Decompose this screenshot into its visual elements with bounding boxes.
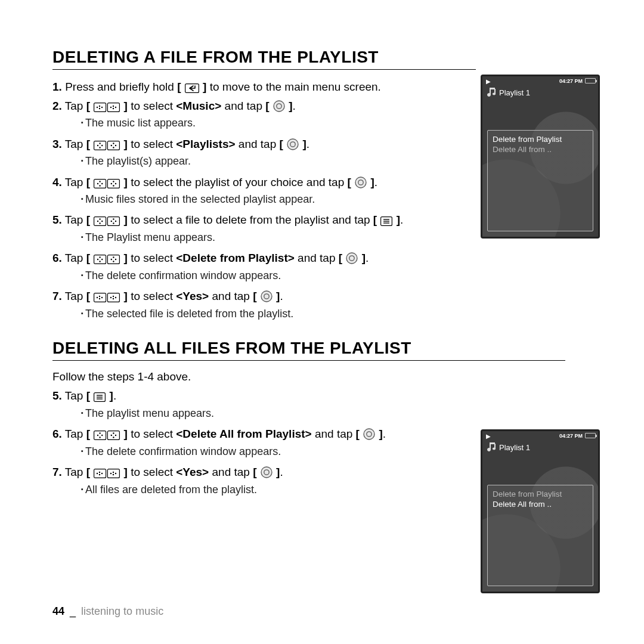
step-5-sub: The Playlist menu appears. <box>67 230 458 244</box>
menu-item-delete[interactable]: Delete from Playlist <box>491 134 589 144</box>
playlist-header: Playlist 1 <box>482 442 598 456</box>
step-3: 3. Tap [ ] to select <Playlists> and tap… <box>52 137 458 169</box>
clock: 04:27 PM <box>559 78 583 84</box>
step-7: 7. Tap [ ] to select <Yes> and tap [ ]. … <box>52 289 458 321</box>
s2-step-6-sub: The delete confirmation window appears. <box>67 444 458 459</box>
playlist-header: Playlist 1 <box>482 87 598 101</box>
heading-delete-file: DELETING A FILE FROM THE PLAYLIST <box>52 48 476 70</box>
s2-step-5-sub: The playlist menu appears. <box>67 406 458 420</box>
heading-delete-all: DELETING ALL FILES FROM THE PLAYLIST <box>52 339 565 361</box>
clock: 04:27 PM <box>559 433 583 439</box>
ok-icon <box>355 177 367 188</box>
menu-icon <box>380 216 392 226</box>
menu-item-delete-all[interactable]: Delete All from .. <box>491 499 589 509</box>
ok-icon <box>261 290 273 302</box>
step-5: 5. Tap [ ] to select a file to delete fr… <box>52 212 458 244</box>
up-down-icon <box>94 179 120 188</box>
battery-icon <box>585 78 596 83</box>
play-indicator-icon: ▶ <box>486 433 491 439</box>
up-down-icon <box>94 255 120 264</box>
step-7-sub: The selected file is deleted from the pl… <box>67 306 458 321</box>
battery-icon <box>585 433 596 438</box>
ok-icon <box>273 100 285 112</box>
s2-step-7: 7. Tap [ ] to select <Yes> and tap [ ]. … <box>52 465 458 497</box>
step-4-sub: Music files stored in the selected playl… <box>67 192 458 206</box>
step-2: 2. Tap [ ] to select <Music> and tap [ ]… <box>52 98 458 131</box>
menu-item-delete[interactable]: Delete from Playlist <box>491 489 589 499</box>
s2-step-6: 6. Tap [ ] to select <Delete All from Pl… <box>52 426 458 459</box>
left-right-icon <box>94 103 120 112</box>
left-right-icon <box>94 293 120 302</box>
main-content: DELETING A FILE FROM THE PLAYLIST 1. Pre… <box>52 48 458 497</box>
menu-item-delete-all[interactable]: Delete All from .. <box>491 144 589 154</box>
steps-section2: 5. Tap [ ]. The playlist menu appears. 6… <box>52 388 458 497</box>
left-right-icon <box>94 469 120 478</box>
page-number: 44 <box>52 605 64 617</box>
device-mockup-2: ▶ 04:27 PM Playlist 1 Life is cool My lo… <box>481 429 600 593</box>
music-note-icon <box>485 441 497 453</box>
ok-icon <box>363 428 375 440</box>
up-down-icon <box>94 141 120 150</box>
device-mockup-1: ▶ 04:27 PM Playlist 1 Life is cool My lo… <box>481 75 600 239</box>
menu-icon <box>94 392 106 402</box>
status-bar: ▶ 04:27 PM <box>482 76 598 87</box>
chapter-label: listening to music <box>81 605 163 617</box>
step-4: 4. Tap [ ] to select the playlist of you… <box>52 175 458 207</box>
context-menu: Delete from Playlist Delete All from .. <box>487 485 593 586</box>
up-down-icon <box>94 431 120 440</box>
context-menu: Delete from Playlist Delete All from .. <box>487 130 593 231</box>
step-2-sub: The music list appears. <box>67 116 458 130</box>
page-footer: 44 _ listening to music <box>52 605 163 618</box>
status-bar: ▶ 04:27 PM <box>482 431 598 442</box>
back-icon <box>185 83 199 93</box>
up-down-icon <box>94 216 120 226</box>
music-note-icon <box>485 86 497 98</box>
s2-step-5: 5. Tap [ ]. The playlist menu appears. <box>52 388 458 420</box>
step-6: 6. Tap [ ] to select <Delete from Playli… <box>52 250 458 283</box>
ok-icon <box>261 466 273 478</box>
step-6-sub: The delete confirmation window appears. <box>67 268 458 283</box>
steps-section1: 1. Press and briefly hold [ ] to move to… <box>52 79 458 321</box>
step-3-sub: The playlist(s) appear. <box>67 154 458 168</box>
ok-icon <box>346 252 358 264</box>
section2-intro: Follow the steps 1-4 above. <box>52 370 458 383</box>
ok-icon <box>287 138 299 150</box>
play-indicator-icon: ▶ <box>486 78 491 85</box>
step-1: 1. Press and briefly hold [ ] to move to… <box>52 79 458 95</box>
s2-step-7-sub: All files are deleted from the playlist. <box>67 482 458 497</box>
